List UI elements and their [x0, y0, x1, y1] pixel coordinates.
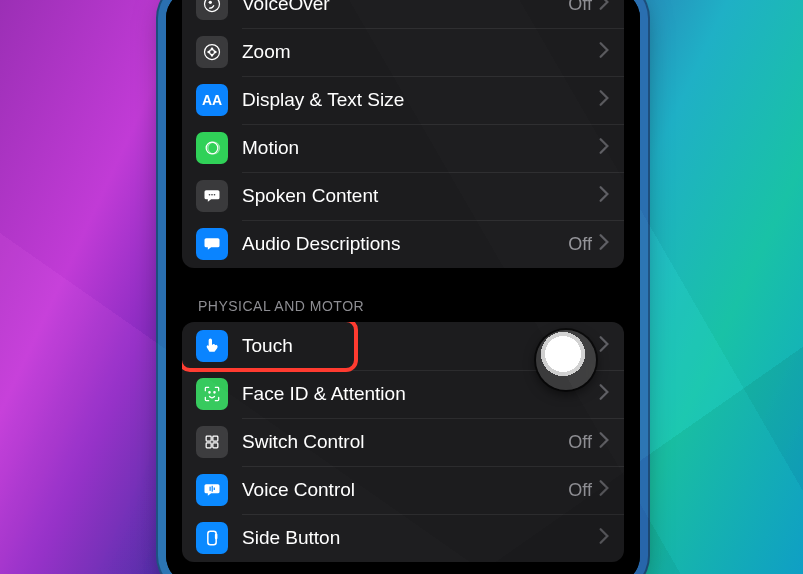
phone-frame: VoiceOver Off Zoom AA Display & Text Siz… [166, 0, 640, 574]
switch-control-icon [196, 426, 228, 458]
svg-rect-17 [206, 443, 211, 448]
row-switch-control[interactable]: Switch Control Off [182, 418, 624, 466]
row-label: Zoom [228, 41, 598, 63]
chevron-right-icon [598, 185, 610, 207]
row-value: Off [568, 432, 598, 453]
row-motion[interactable]: Motion [182, 124, 624, 172]
wallpaper: VoiceOver Off Zoom AA Display & Text Siz… [0, 0, 803, 574]
svg-rect-18 [213, 443, 218, 448]
svg-point-13 [209, 392, 210, 393]
row-label: Side Button [228, 527, 598, 549]
spoken-content-icon [196, 180, 228, 212]
row-label: Switch Control [228, 431, 568, 453]
svg-point-6 [211, 48, 212, 49]
zoom-icon [196, 36, 228, 68]
textsize-icon: AA [196, 84, 228, 116]
row-label: Spoken Content [228, 185, 598, 207]
settings-screen: VoiceOver Off Zoom AA Display & Text Siz… [166, 0, 640, 574]
svg-rect-15 [206, 436, 211, 441]
row-zoom[interactable]: Zoom [182, 28, 624, 76]
section-header-physical: PHYSICAL AND MOTOR [166, 298, 640, 322]
row-audio-descriptions[interactable]: Audio Descriptions Off [182, 220, 624, 268]
voiceover-icon [196, 0, 228, 20]
touch-icon [196, 330, 228, 362]
row-voiceover[interactable]: VoiceOver Off [182, 0, 624, 28]
chevron-right-icon [598, 527, 610, 549]
chevron-right-icon [598, 233, 610, 255]
chevron-right-icon [598, 431, 610, 453]
row-spoken-content[interactable]: Spoken Content [182, 172, 624, 220]
settings-group-vision: VoiceOver Off Zoom AA Display & Text Siz… [182, 0, 624, 268]
svg-point-12 [214, 194, 216, 196]
chevron-right-icon [598, 0, 610, 15]
svg-point-5 [215, 51, 216, 52]
side-button-icon [196, 522, 228, 554]
svg-point-0 [205, 0, 220, 12]
faceid-icon [196, 378, 228, 410]
svg-point-14 [214, 392, 215, 393]
svg-point-3 [210, 50, 215, 55]
row-value: Off [568, 480, 598, 501]
row-label: Face ID & Attention [228, 383, 598, 405]
chevron-right-icon [598, 41, 610, 63]
chevron-right-icon [598, 137, 610, 159]
row-value: Off [568, 0, 598, 15]
chevron-right-icon [598, 383, 610, 405]
svg-point-4 [208, 51, 209, 52]
row-label: Audio Descriptions [228, 233, 568, 255]
svg-rect-20 [212, 486, 213, 492]
row-label: Motion [228, 137, 598, 159]
assistive-touch-button[interactable] [536, 330, 596, 390]
svg-rect-21 [214, 488, 215, 491]
row-value: Off [568, 234, 598, 255]
row-label: Voice Control [228, 479, 568, 501]
motion-icon [196, 132, 228, 164]
chevron-right-icon [598, 335, 610, 357]
chevron-right-icon [598, 89, 610, 111]
row-display-text-size[interactable]: AA Display & Text Size [182, 76, 624, 124]
row-side-button[interactable]: Side Button [182, 514, 624, 562]
chevron-right-icon [598, 479, 610, 501]
svg-point-1 [209, 1, 212, 4]
svg-point-10 [209, 194, 211, 196]
svg-point-11 [211, 194, 213, 196]
svg-point-2 [205, 45, 220, 60]
audio-descriptions-icon [196, 228, 228, 260]
row-voice-control[interactable]: Voice Control Off [182, 466, 624, 514]
svg-rect-19 [210, 487, 211, 491]
svg-point-7 [211, 55, 212, 56]
svg-rect-16 [213, 436, 218, 441]
row-label: Display & Text Size [228, 89, 598, 111]
voice-control-icon [196, 474, 228, 506]
row-label: VoiceOver [228, 0, 568, 15]
